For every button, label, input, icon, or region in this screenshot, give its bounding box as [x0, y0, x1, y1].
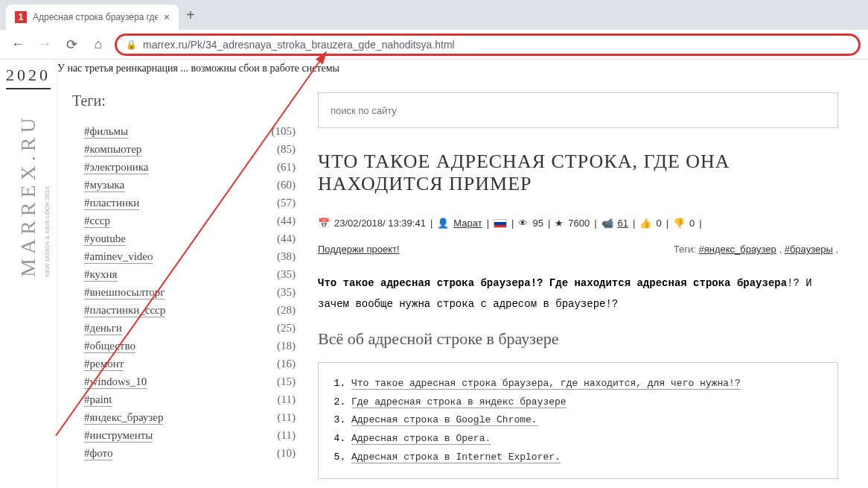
body-bold: Что такое адресная строка браузера!? Где… — [318, 277, 787, 289]
tag-count: (35) — [277, 268, 296, 282]
tag-link[interactable]: #яндекс_браузер — [84, 411, 163, 425]
toc-item: Где адресная строка в яндекс браузере — [351, 393, 823, 412]
tag-link[interactable]: #фильмы — [84, 125, 128, 139]
stars-count: 7600 — [568, 218, 590, 229]
address-bar[interactable]: 🔒 marrex.ru/Pk/34_adresnaya_stroka_brauz… — [115, 34, 861, 56]
tag-link[interactable]: #ремонт — [84, 358, 124, 371]
tags-label: Теги: — [674, 244, 696, 255]
tag-item: #общество(18) — [84, 338, 296, 355]
close-tab-icon[interactable]: × — [164, 11, 170, 23]
section-heading: Всё об адресной строке в браузере — [318, 329, 838, 349]
tag-item: #пластинки(57) — [84, 194, 296, 212]
sidebar: Теги: #фильмы(105)#компьютер(85)#электро… — [72, 92, 296, 479]
tag-item: #paint(11) — [84, 391, 296, 409]
article-title: ЧТО ТАКОЕ АДРЕСНАЯ СТРОКА, ГДЕ ОНА НАХОД… — [318, 150, 838, 195]
tag-count: (11) — [278, 429, 296, 443]
tag-link[interactable]: #инструменты — [84, 429, 153, 443]
forward-button[interactable]: → — [34, 34, 55, 55]
tag-item: #фильмы(105) — [84, 123, 296, 141]
tag-link[interactable]: #деньги — [84, 322, 122, 335]
year-label: 2020 — [6, 66, 51, 89]
tag-item: #компьютер(85) — [84, 141, 296, 159]
toc-box: Что такое адресная строка браузера, где … — [318, 362, 838, 479]
tag-link[interactable]: #youtube — [84, 232, 126, 246]
toc-link[interactable]: Где адресная строка в яндекс браузере — [351, 396, 567, 408]
calendar-icon: 📅 — [318, 218, 330, 229]
eye-icon: 👁 — [518, 218, 528, 229]
tag-link[interactable]: #пластинки_ссср — [84, 304, 165, 317]
article-body: Что такое адресная строка браузера!? Где… — [318, 273, 838, 314]
tag-item: #внешпосылторг(35) — [84, 284, 296, 302]
toc-link[interactable]: Адресная строка в Internet Explorer. — [351, 451, 561, 463]
lock-icon: 🔒 — [126, 39, 137, 50]
tag-link[interactable]: #кухня — [84, 268, 118, 282]
tag-count: (11) — [278, 411, 296, 425]
tag-item: #фото(10) — [84, 445, 296, 463]
tag-count: (10) — [277, 447, 296, 460]
tag-link[interactable]: #общество — [84, 340, 135, 353]
tag-count: (15) — [277, 375, 296, 389]
site-logo: MARREX.RU — [16, 98, 40, 277]
tag-count: (18) — [277, 340, 296, 353]
article-date: 23/02/2018/ 13:39:41 — [334, 218, 426, 229]
site-sublogo: NEW DISIGN & NEW LOOK 2013 — [44, 98, 51, 277]
tag-item: #электроника(61) — [84, 159, 296, 177]
search-input[interactable] — [331, 105, 826, 116]
support-link[interactable]: Поддержи проект! — [318, 244, 400, 255]
thumbs-down-count: 0 — [689, 218, 695, 229]
tag-link[interactable]: #ссср — [84, 215, 110, 228]
toc-list: Что такое адресная строка браузера, где … — [351, 375, 823, 466]
url-text: marrex.ru/Pk/34_adresnaya_stroka_brauzer… — [143, 39, 849, 51]
tag-link[interactable]: #пластинки — [84, 197, 139, 210]
tag-count: (35) — [277, 286, 296, 300]
browser-tabstrip: 1 Адресная строка браузера где × + — [0, 0, 868, 30]
tag-count: (44) — [277, 232, 296, 246]
tag-item: #youtube(44) — [84, 230, 296, 248]
tag-link[interactable]: #внешпосылторг — [84, 286, 165, 300]
browser-tab[interactable]: 1 Адресная строка браузера где × — [6, 4, 179, 30]
favicon-icon: 1 — [15, 11, 27, 23]
back-button[interactable]: ← — [7, 34, 28, 55]
tag-link[interactable]: #музыка — [84, 179, 124, 192]
tag-count: (11) — [278, 393, 296, 407]
toc-link[interactable]: Что такое адресная строка браузера, где … — [351, 378, 741, 390]
tag-link[interactable]: #компьютер — [84, 143, 141, 156]
tag-item: #деньги(25) — [84, 320, 296, 338]
tag-item: #кухня(35) — [84, 266, 296, 284]
tag-count: (28) — [277, 304, 296, 317]
tag-item: #инструменты(11) — [84, 427, 296, 445]
tag-count: (57) — [277, 197, 296, 210]
toc-link[interactable]: Адресная строка в Opera. — [351, 433, 491, 445]
tag-item: #музыка(60) — [84, 177, 296, 194]
thumbs-down-icon[interactable]: 👎 — [673, 218, 685, 229]
tag-link[interactable]: #aminev_video — [84, 250, 153, 264]
tag-list: #фильмы(105)#компьютер(85)#электроника(6… — [72, 123, 296, 463]
tag-count: (60) — [277, 179, 296, 192]
page-content: 2020 MARREX.RU NEW DISIGN & NEW LOOK 201… — [0, 60, 868, 488]
toc-item: Адресная строка в Internet Explorer. — [351, 449, 823, 467]
main-content: ЧТО ТАКОЕ АДРЕСНАЯ СТРОКА, ГДЕ ОНА НАХОД… — [318, 92, 853, 479]
tag-link-2[interactable]: #браузеры — [785, 244, 833, 255]
browser-toolbar: ← → ⟳ ⌂ 🔒 marrex.ru/Pk/34_adresnaya_stro… — [0, 30, 868, 60]
search-box — [318, 92, 838, 128]
reload-button[interactable]: ⟳ — [61, 34, 82, 55]
thumbs-up-icon[interactable]: 👍 — [639, 218, 651, 229]
toc-link[interactable]: Адресная строка в Google Chrome. — [351, 414, 537, 426]
tag-item: #windows_10(15) — [84, 373, 296, 391]
tag-link-1[interactable]: #яндекс_браузер — [698, 244, 776, 255]
tag-count: (16) — [277, 358, 296, 371]
home-button[interactable]: ⌂ — [88, 34, 109, 55]
views-count: 95 — [532, 218, 543, 229]
tag-count: (61) — [277, 161, 296, 174]
author-link[interactable]: Марат — [453, 218, 482, 229]
tag-link[interactable]: #paint — [84, 393, 112, 407]
tag-link[interactable]: #windows_10 — [84, 375, 147, 389]
new-tab-button[interactable]: + — [186, 7, 195, 24]
tag-link[interactable]: #фото — [84, 447, 112, 460]
site-notice: У нас третья реинкарнация ... возможны с… — [57, 60, 868, 86]
article-meta: 📅 23/02/2018/ 13:39:41 | 👤 Марат | | 👁 9… — [318, 218, 838, 229]
video-link[interactable]: 61 — [618, 218, 628, 229]
video-icon: 📹 — [601, 218, 613, 229]
flag-ru-icon — [494, 219, 507, 228]
tag-link[interactable]: #электроника — [84, 161, 148, 174]
